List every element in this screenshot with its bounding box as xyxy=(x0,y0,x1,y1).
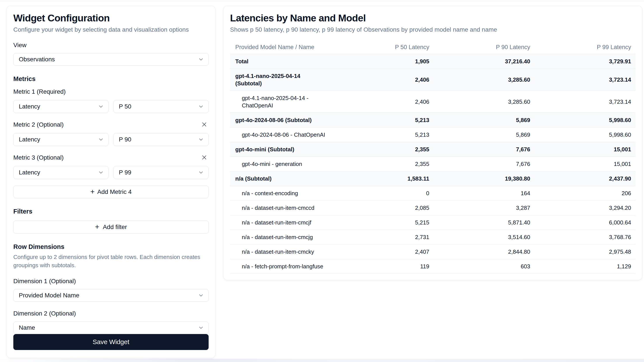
row-value: 164 xyxy=(434,186,534,200)
row-value: 5,215 xyxy=(333,215,434,230)
row-value: 1,583.11 xyxy=(333,171,434,186)
row-value: 1,905 xyxy=(333,54,434,68)
x-icon xyxy=(201,154,208,162)
dimension-2-value: Name xyxy=(19,324,35,331)
column-header-name: Provided Model Name / Name xyxy=(230,41,333,54)
row-value: 7,676 xyxy=(434,157,534,171)
row-label: n/a - dataset-run-item-cmccd xyxy=(230,201,333,215)
row-value: 3,723.14 xyxy=(534,94,636,109)
chevron-down-icon xyxy=(198,56,204,62)
dimension-1-value: Provided Model Name xyxy=(19,292,79,299)
view-label: View xyxy=(13,41,208,49)
metric-3-row: Latency P 99 xyxy=(13,166,208,179)
dimension-1-label: Dimension 1 (Optional) xyxy=(13,277,208,285)
view-select-value: Observations xyxy=(19,56,55,63)
row-label: n/a - fetch-prompt-from-langfuse xyxy=(230,259,333,274)
metric-1-aggregation-select[interactable]: P 50 xyxy=(114,100,208,113)
dimension-2-label: Dimension 2 (Optional) xyxy=(13,310,208,318)
chevron-down-icon xyxy=(198,325,204,331)
table-row: n/a - dataset-run-item-cmcjg2,7313,514.6… xyxy=(230,230,636,245)
table-row: gpt-4o-mini - generation2,3557,67615,001 xyxy=(230,157,636,171)
metric-1-aggregation-value: P 50 xyxy=(119,103,131,110)
table-row: n/a - dataset-run-item-cmccd2,0853,2873,… xyxy=(230,201,636,215)
preview-subtitle: Shows p 50 latency, p 90 latency, p 99 l… xyxy=(230,26,636,33)
row-value: 37,216.40 xyxy=(434,54,534,68)
row-value: 2,085 xyxy=(333,201,434,215)
row-label: gpt-4o-2024-08-06 - ChatOpenAI xyxy=(230,127,333,142)
chevron-down-icon xyxy=(198,292,204,299)
metric-3-aggregation-select[interactable]: P 99 xyxy=(114,166,208,179)
metric-1-row: Latency P 50 xyxy=(13,100,208,113)
add-metric-button[interactable]: + Add Metric 4 xyxy=(13,186,208,198)
row-value: 206 xyxy=(534,186,636,200)
row-value: 5,213 xyxy=(333,127,434,142)
row-label: gpt-4.1-nano-2025-04-14 (Subtotal) xyxy=(230,69,333,91)
row-label: gpt-4o-mini - generation xyxy=(230,157,333,171)
chevron-down-icon xyxy=(98,136,104,143)
plus-icon: + xyxy=(95,223,100,230)
dimension-2-select[interactable]: Name xyxy=(13,321,208,334)
row-value: 2,731 xyxy=(333,230,434,244)
table-row: Total1,90537,216.403,729.91 xyxy=(230,54,636,69)
table-row: gpt-4.1-nano-2025-04-14 - ChatOpenAI2,40… xyxy=(230,91,636,113)
row-value: 5,869 xyxy=(434,127,534,142)
table-row: n/a (Subtotal)1,583.1119,380.802,437.90 xyxy=(230,171,636,186)
remove-metric-3-button[interactable] xyxy=(200,153,208,162)
row-dimensions-section-label: Row Dimensions xyxy=(13,243,208,251)
row-label: Total xyxy=(230,54,333,68)
dimension-1-select[interactable]: Provided Model Name xyxy=(13,289,208,302)
preview-title: Latencies by Name and Model xyxy=(230,12,636,24)
metric-2-header: Metric 2 (Optional) xyxy=(13,120,208,129)
save-widget-button[interactable]: Save Widget xyxy=(13,334,208,350)
metric-2-aggregation-value: P 90 xyxy=(119,136,131,143)
row-label: n/a - dataset-run-item-cmcjf xyxy=(230,215,333,230)
row-value: 3,768.76 xyxy=(534,230,636,244)
column-header-p50: P 50 Latency xyxy=(333,41,434,54)
column-header-p99: P 99 Latency xyxy=(534,41,636,54)
row-value: 2,406 xyxy=(333,94,434,109)
table-row: gpt-4o-2024-08-06 (Subtotal)5,2135,8695,… xyxy=(230,113,636,127)
row-value: 5,871.40 xyxy=(434,215,534,230)
row-label: n/a - context-encoding xyxy=(230,186,333,200)
metric-2-label: Metric 2 (Optional) xyxy=(13,121,64,129)
chevron-down-icon xyxy=(198,169,204,176)
row-value: 3,294.20 xyxy=(534,201,636,215)
remove-metric-2-button[interactable] xyxy=(200,120,208,129)
row-value: 2,355 xyxy=(333,157,434,171)
metric-3-label: Metric 3 (Optional) xyxy=(13,154,64,162)
column-header-p90: P 90 Latency xyxy=(434,41,534,54)
add-filter-button[interactable]: + Add filter xyxy=(13,221,208,234)
row-value: 2,975.48 xyxy=(534,245,636,259)
row-value: 19,380.80 xyxy=(434,171,534,186)
metrics-section-label: Metrics xyxy=(13,75,208,83)
metric-1-measure-select[interactable]: Latency xyxy=(13,100,108,113)
row-value: 5,213 xyxy=(333,113,434,127)
row-value: 7,676 xyxy=(434,142,534,157)
plus-icon: + xyxy=(90,188,94,195)
table-row: gpt-4o-mini (Subtotal)2,3557,67615,001 xyxy=(230,142,636,157)
chevron-down-icon xyxy=(98,103,104,110)
row-value: 2,407 xyxy=(333,245,434,259)
row-value: 3,729.91 xyxy=(534,54,636,68)
metric-3-aggregation-value: P 99 xyxy=(119,169,131,176)
metric-2-measure-value: Latency xyxy=(19,136,40,143)
page-background-strip xyxy=(0,359,644,362)
table-row: n/a - fetch-prompt-from-langfuse1196031,… xyxy=(230,259,636,274)
widget-preview-panel: Latencies by Name and Model Shows p 50 l… xyxy=(223,6,642,280)
row-value: 3,285.60 xyxy=(434,72,534,87)
table-row: n/a - dataset-run-item-cmcky2,4072,844.8… xyxy=(230,245,636,259)
row-value: 5,998.60 xyxy=(534,127,636,142)
metric-2-aggregation-select[interactable]: P 90 xyxy=(114,133,208,146)
row-value: 3,287 xyxy=(434,201,534,215)
row-label: n/a - dataset-run-item-cmcjg xyxy=(230,230,333,244)
latency-table-body: Total1,90537,216.403,729.91gpt-4.1-nano-… xyxy=(230,54,636,274)
row-label: gpt-4o-mini (Subtotal) xyxy=(230,142,333,157)
top-divider xyxy=(0,1,644,1)
metric-3-measure-select[interactable]: Latency xyxy=(13,166,108,179)
widget-configuration-panel: Widget Configuration Configure your widg… xyxy=(6,6,216,358)
row-value: 2,355 xyxy=(333,142,434,157)
page-title: Widget Configuration xyxy=(13,12,208,24)
view-select[interactable]: Observations xyxy=(13,53,208,66)
metric-3-header: Metric 3 (Optional) xyxy=(13,153,208,162)
metric-2-measure-select[interactable]: Latency xyxy=(13,133,108,146)
